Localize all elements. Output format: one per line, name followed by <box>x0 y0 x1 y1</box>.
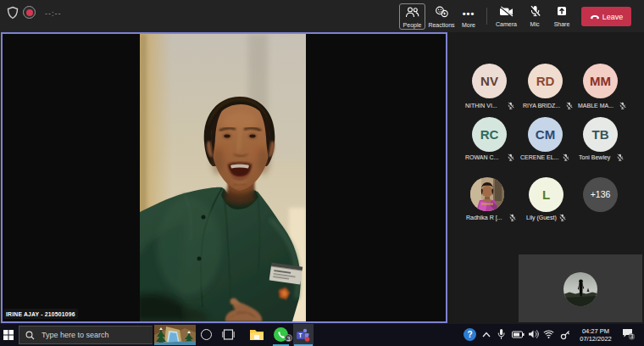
svg-text:T: T <box>299 332 303 338</box>
svg-text:3: 3 <box>630 333 634 339</box>
